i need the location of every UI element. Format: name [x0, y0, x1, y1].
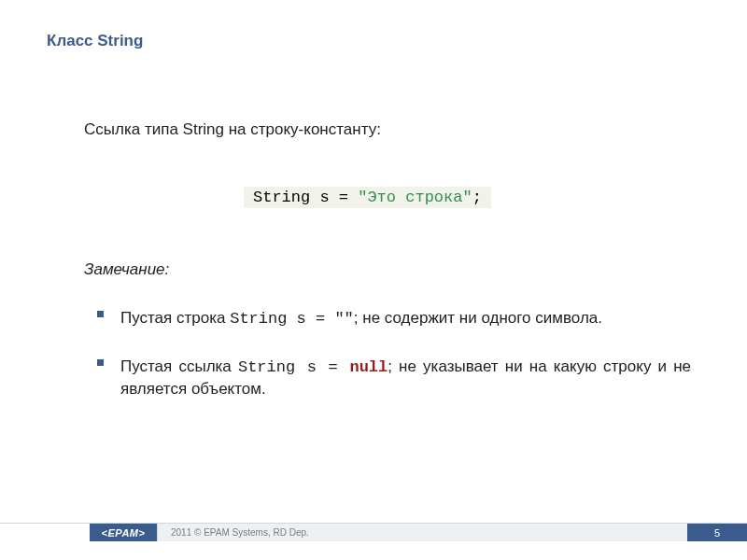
code-semicolon: ;	[472, 189, 482, 206]
slide: Класс String Ссылка типа String на строк…	[0, 0, 747, 560]
bullet-code: String s = ""	[230, 310, 354, 328]
epam-logo: <EPAM>	[90, 524, 157, 541]
bullet-null-keyword: null	[349, 358, 388, 376]
bullet-text: Пустая строка String s = ""; не содержит…	[120, 308, 602, 330]
bullet-text: Пустая ссылка String s = null; не указыв…	[120, 357, 691, 400]
slide-title: Класс String	[47, 32, 143, 50]
code-string-literal: "Это строка"	[358, 189, 472, 206]
footer-copyright: 2011 © EPAM Systems, RD Dep.	[157, 524, 687, 541]
list-item: Пустая строка String s = ""; не содержит…	[97, 308, 691, 330]
bullet-pre: Пустая ссылка	[120, 357, 238, 375]
code-example: String s = "Это строка";	[244, 187, 491, 208]
bullet-code: String s =	[238, 358, 349, 376]
bullet-pre: Пустая строка	[120, 309, 230, 327]
intro-text: Ссылка типа String на строку-константу:	[84, 119, 381, 141]
list-item: Пустая ссылка String s = null; не указыв…	[97, 357, 691, 400]
bullet-icon	[97, 311, 104, 317]
bullet-post: ; не содержит ни одного символа.	[354, 309, 602, 327]
bullet-icon	[97, 359, 104, 366]
note-label: Замечание:	[84, 259, 169, 281]
code-lhs: String s =	[253, 189, 358, 206]
slide-footer: <EPAM> 2011 © EPAM Systems, RD Dep. 5	[0, 523, 747, 541]
bullet-list: Пустая строка String s = ""; не содержит…	[97, 308, 691, 427]
page-number: 5	[687, 524, 747, 541]
footer-spacer	[0, 524, 90, 541]
